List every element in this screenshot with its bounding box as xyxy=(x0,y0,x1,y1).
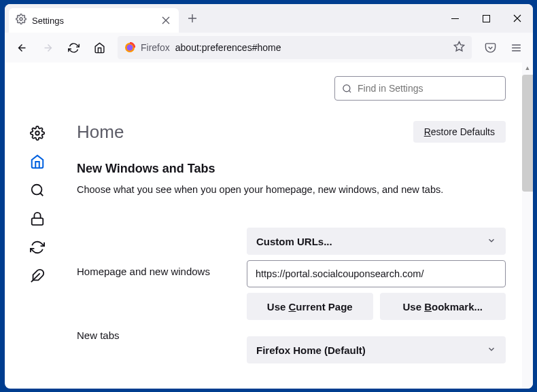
bookmark-star-icon[interactable] xyxy=(453,41,465,55)
svg-point-0 xyxy=(20,18,22,20)
svg-line-14 xyxy=(349,90,351,92)
chevron-down-icon xyxy=(487,343,496,357)
scroll-up-arrow[interactable]: ▲ xyxy=(522,63,533,73)
new-tab-button[interactable] xyxy=(183,9,202,28)
firefox-icon xyxy=(124,42,135,53)
minimize-button[interactable] xyxy=(439,4,470,33)
sidebar-item-search[interactable] xyxy=(29,182,46,198)
reload-button[interactable] xyxy=(62,36,85,59)
sidebar xyxy=(5,63,70,389)
sidebar-item-home[interactable] xyxy=(29,154,46,170)
svg-point-13 xyxy=(343,84,350,91)
page-title: Home xyxy=(77,122,124,143)
section-description: Choose what you see when you open your h… xyxy=(77,183,506,196)
restore-defaults-button[interactable]: RRestore Defaultsestore Defaults xyxy=(413,121,506,143)
home-button[interactable] xyxy=(88,36,111,59)
scroll-thumb[interactable] xyxy=(522,75,533,192)
browser-window: Settings Firefox about:preferences#home xyxy=(5,4,533,389)
svg-rect-1 xyxy=(483,15,489,22)
svg-point-3 xyxy=(127,45,133,51)
use-current-page-button[interactable]: Use Current Page xyxy=(247,293,373,320)
homepage-dropdown-value: Custom URLs... xyxy=(256,236,332,247)
url-bar[interactable]: Firefox about:preferences#home xyxy=(118,36,472,59)
section-heading: New Windows and Tabs xyxy=(77,162,506,176)
sidebar-item-sync[interactable] xyxy=(29,239,46,255)
homepage-dropdown[interactable]: Custom URLs... xyxy=(247,228,506,255)
vertical-scrollbar[interactable]: ▲ xyxy=(522,63,533,389)
newtabs-label: New tabs xyxy=(77,321,233,349)
nav-toolbar: Firefox about:preferences#home xyxy=(5,33,533,63)
url-path: about:preferences#home xyxy=(175,42,281,53)
app-menu-button[interactable] xyxy=(504,36,527,59)
sidebar-item-general[interactable] xyxy=(29,125,46,141)
titlebar: Settings xyxy=(5,4,533,33)
newtabs-dropdown[interactable]: Firefox Home (Default) xyxy=(247,336,506,363)
use-bookmark-button[interactable]: Use Bookmark... xyxy=(380,293,506,320)
close-window-button[interactable] xyxy=(502,4,533,33)
svg-point-8 xyxy=(35,131,39,135)
home-form: Homepage and new windows New tabs Custom… xyxy=(77,228,506,363)
newtabs-dropdown-value: Firefox Home (Default) xyxy=(256,344,366,356)
sidebar-item-privacy[interactable] xyxy=(29,211,46,227)
main-panel: Home RRestore Defaultsestore Defaults Ne… xyxy=(70,63,533,389)
forward-button[interactable] xyxy=(36,36,59,59)
search-icon xyxy=(342,84,352,94)
window-controls xyxy=(439,4,533,33)
tab-settings[interactable]: Settings xyxy=(9,8,179,33)
svg-marker-4 xyxy=(454,41,464,50)
svg-rect-11 xyxy=(32,218,44,225)
svg-point-9 xyxy=(32,185,42,195)
gear-icon xyxy=(16,14,27,27)
sidebar-item-extensions[interactable] xyxy=(29,268,46,284)
homepage-label: Homepage and new windows xyxy=(77,257,233,285)
homepage-url-input[interactable] xyxy=(247,260,506,287)
url-host: Firefox xyxy=(141,42,170,53)
find-in-settings[interactable] xyxy=(334,76,506,101)
pocket-button[interactable] xyxy=(479,36,502,59)
tab-title: Settings xyxy=(32,16,154,26)
close-icon[interactable] xyxy=(160,14,172,26)
chevron-down-icon xyxy=(487,234,496,249)
maximize-button[interactable] xyxy=(470,4,502,33)
svg-line-10 xyxy=(40,193,43,196)
back-button[interactable] xyxy=(10,36,33,59)
find-input[interactable] xyxy=(358,83,498,94)
content-area: Home RRestore Defaultsestore Defaults Ne… xyxy=(5,63,533,389)
